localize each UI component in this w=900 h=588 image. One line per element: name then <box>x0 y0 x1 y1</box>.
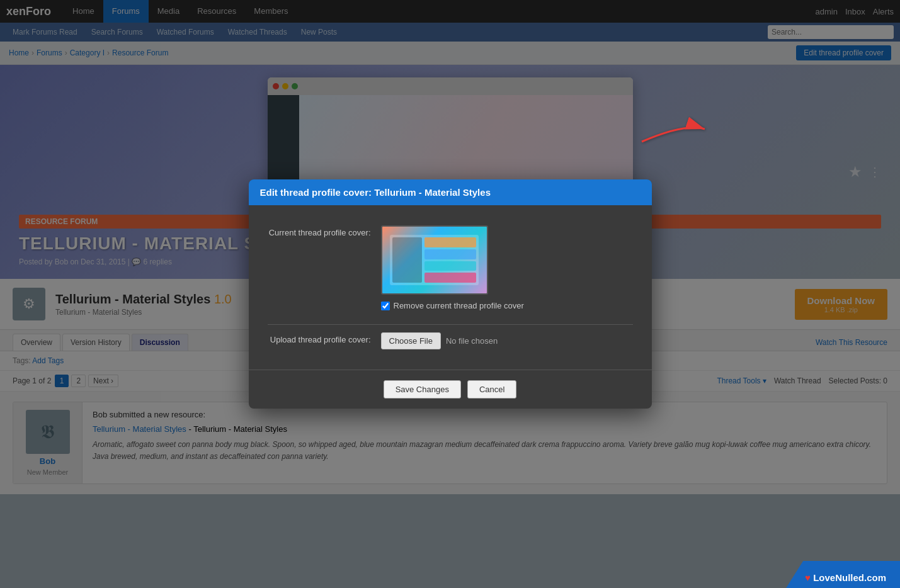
remove-cover-row: Remove current thread profile cover <box>381 295 633 317</box>
no-file-text: No file chosen <box>446 336 498 346</box>
dialog-body: Current thread profile cover: <box>249 205 652 370</box>
cover-preview-inner <box>382 227 487 293</box>
dialog-header: Edit thread profile cover: Tellurium - M… <box>249 179 652 205</box>
cover-preview-image <box>381 225 488 295</box>
dialog-overlay: Edit thread profile cover: Tellurium - M… <box>0 0 900 494</box>
remove-cover-checkbox[interactable] <box>381 302 390 310</box>
current-cover-value: Remove current thread profile cover <box>381 225 633 317</box>
dialog-footer: Save Changes Cancel <box>249 370 652 409</box>
preview-sidebar <box>392 237 422 283</box>
current-cover-label: Current thread profile cover: <box>268 225 381 237</box>
upload-cover-value: Choose File No file chosen <box>381 332 633 349</box>
preview-main <box>424 237 477 283</box>
preview-row-4 <box>424 273 477 283</box>
edit-cover-dialog: Edit thread profile cover: Tellurium - M… <box>249 179 652 409</box>
remove-cover-label[interactable]: Remove current thread profile cover <box>394 301 524 310</box>
cancel-button[interactable]: Cancel <box>467 380 516 399</box>
current-cover-row: Current thread profile cover: <box>268 218 633 325</box>
save-changes-button[interactable]: Save Changes <box>384 380 461 399</box>
cover-preview-detail <box>390 235 479 285</box>
preview-row-2 <box>424 249 477 259</box>
choose-file-button[interactable]: Choose File <box>381 332 441 349</box>
upload-cover-row: Upload thread profile cover: Choose File… <box>268 325 633 357</box>
upload-cover-label: Upload thread profile cover: <box>268 332 381 344</box>
preview-row-3 <box>424 261 477 271</box>
preview-row-1 <box>424 237 477 247</box>
file-upload-wrap: Choose File No file chosen <box>381 332 633 349</box>
